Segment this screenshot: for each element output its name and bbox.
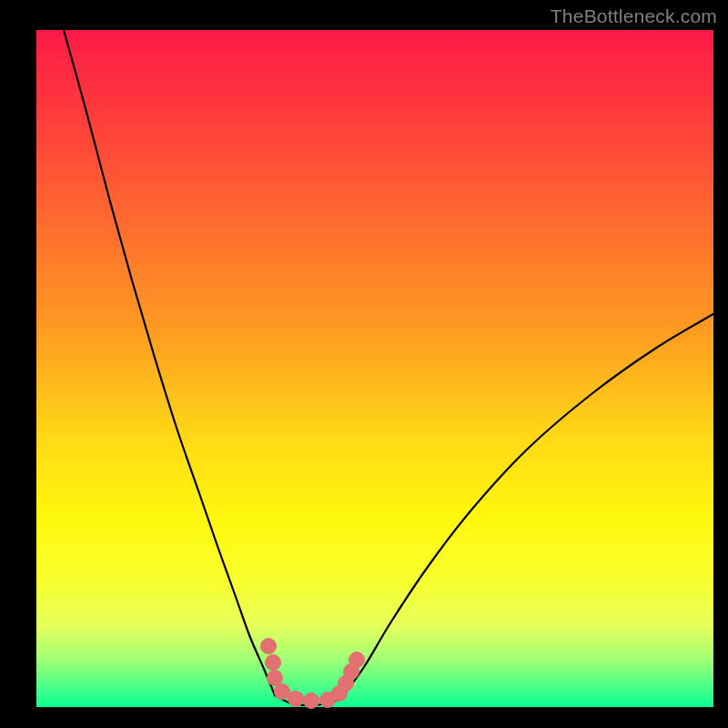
curve-left [64,30,275,695]
chart-frame: TheBottleneck.com [0,0,728,728]
chart-svg [36,30,713,707]
data-dot [304,693,319,709]
data-dot [349,652,365,668]
watermark-text: TheBottleneck.com [551,5,717,27]
data-dot [288,692,304,707]
plot-area [36,30,713,707]
data-dot [261,639,277,654]
data-dot [275,684,290,700]
data-dot [268,671,283,686]
data-dots [261,639,365,709]
curve-right [341,314,713,698]
data-dot [266,655,281,671]
